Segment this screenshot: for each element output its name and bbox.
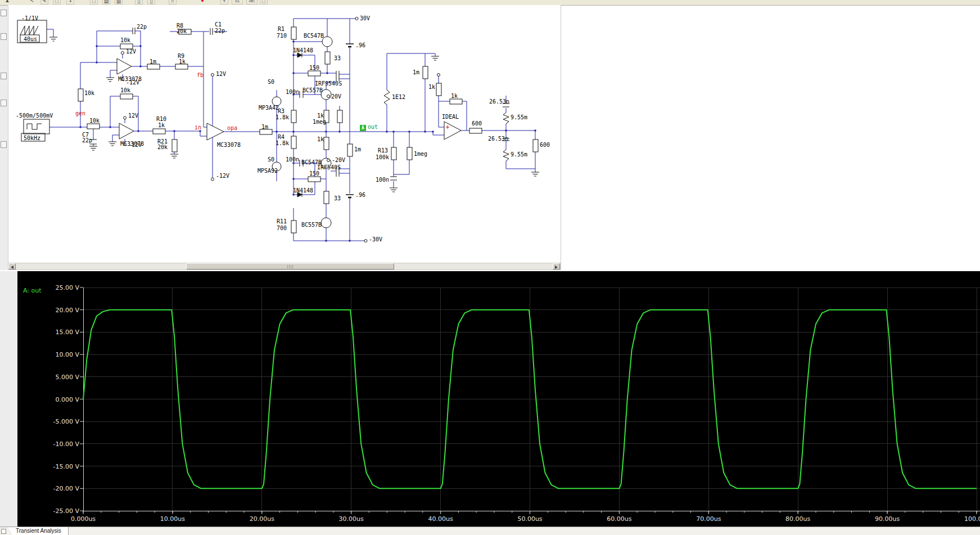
schematic-label: R13 [378,147,388,154]
schematic-label: 22p [82,137,92,143]
schematic-label: 12V [216,71,226,77]
schematic-label: R10 [156,116,166,122]
analysis-tab-icon [1,529,6,534]
x-axis-tick-label: 90.00us [875,515,900,523]
schematic-label: 700 [277,225,287,231]
schematic-label: 1meg [414,151,427,157]
y-axis-tick-label: 0.000 V [55,396,79,403]
schematic-label: C1 [215,21,222,28]
schematic-right-divider [561,5,561,270]
schematic-label: .96 [355,42,365,48]
schematic-label: 100n [376,177,389,183]
schematic-label: 20V [331,93,341,100]
schematic-label: 10k [120,87,130,93]
x-axis-tick-label: 60.00us [607,515,631,523]
schematic-label: 22p [137,24,147,30]
x-axis-tick-label: 70.00us [696,515,721,523]
schematic-label: 1meg [313,119,326,125]
schematic-label: 1m [261,124,268,130]
out-probe-marker[interactable]: A [360,125,366,131]
schematic-label: 26.53n [488,136,508,142]
waveform-pane[interactable]: 25.00 V20.00 V15.00 V10.00 V5.000 V0.000… [0,271,980,527]
schematic-label: -12V [216,173,229,179]
schematic-label: 1E12 [392,94,405,100]
x-axis-tick-label: 30.00us [339,515,364,523]
scroll-left-button[interactable] [8,263,16,269]
scrollbar-thumb[interactable] [186,263,394,269]
tab-transient-analysis[interactable]: Transient Analysis [8,527,69,535]
schematic-label: S0 [268,79,274,85]
tab-label: Transient Analysis [16,528,61,534]
x-axis-tick-label: 100.0us [964,515,980,523]
scroll-right-arrow-icon [555,266,558,269]
schematic-label: 600 [540,142,550,148]
schematic-label: 1k [451,93,458,99]
y-axis-tick-label: -15.00 V [53,463,80,470]
y-axis-tick-label: 5.000 V [55,374,79,381]
schematic-canvas[interactable]: -1/1V40us22p10k12V1mR91kMC33078-12VR820k… [0,0,570,270]
waveform-plot[interactable]: 25.00 V20.00 V15.00 V10.00 V5.000 V0.000… [0,271,980,527]
schematic-label: 1m [354,146,361,152]
schematic-label: MP3A42 [259,105,279,111]
schematic-label: 10k [84,90,94,96]
circuit-simulator-window: ▲↖✎□▪□▤▥▯▯○●+JULABC□ [0,0,980,535]
left-toolbar-slot-1[interactable] [1,10,7,16]
schematic-label: 20k [157,144,168,150]
trace-legend: A: out [23,287,42,294]
schematic-label: gen [75,110,85,116]
schematic-label: 9.55m [511,114,527,120]
schematic-label: 1k [317,113,324,119]
scrollbar-grip-icon [287,265,293,268]
x-axis-tick-label: 10.00us [160,515,185,523]
schematic-label: 40us [24,36,37,42]
schematic-label: 1k [317,136,324,142]
left-toolbar-slot-3[interactable] [1,73,7,79]
schematic-label: -30V [369,236,382,242]
schematic-label: 20k [177,28,187,34]
schematic-label: 1N4148 [293,47,313,53]
schematic-label: R11 [277,218,287,224]
left-toolbar-slot-5[interactable] [1,141,7,148]
scroll-left-arrow-icon [11,266,13,269]
schematic-label: BC557B [302,87,323,93]
schematic-label: 26.53n [489,98,509,105]
left-toolbar-slot-4[interactable] [1,100,7,106]
y-axis-tick-label: -5.000 V [53,418,80,425]
schematic-label: fb [197,72,204,78]
schematic-label: 50kHz [24,135,40,141]
schematic-label: 1.8k [276,114,289,120]
y-axis-tick-label: 20.00 V [55,307,79,314]
schematic-label: 12V [126,48,136,55]
schematic-label: S0 [268,156,274,163]
schematic-label: 30V [360,15,370,21]
schematic-label: 10k [120,37,130,43]
schematic-label: 150 [309,65,319,71]
schematic-label: 22p [215,28,225,34]
y-axis-tick-label: -25.00 V [53,507,80,515]
schematic-label: 1k [428,84,435,90]
schematic-label: 1.8k [276,140,289,146]
schematic-label: 710 [277,33,287,39]
schematic-label: out [368,124,378,130]
left-toolbar-slot-2[interactable] [1,33,7,40]
schematic-h-scrollbar[interactable] [8,263,561,270]
schematic-label: 33 [334,195,341,201]
schematic-label: R4 [278,134,284,140]
schematic-label: -1/1V [21,15,38,21]
schematic-label: R3 [278,108,284,114]
schematic-label: -12V [126,79,139,86]
schematic-label: -12V [128,142,142,148]
scroll-right-button[interactable] [553,263,560,269]
schematic-label: 33 [334,55,341,61]
left-toolbar [0,6,8,270]
x-axis-tick-label: 20.00us [250,515,274,523]
schematic-label: 1k [179,59,186,65]
schematic-label: 100k [376,154,389,160]
schematic-label: .96 [355,192,365,198]
x-axis-tick-label: 0.000us [71,515,96,523]
schematic-label: BC557B [301,222,322,228]
y-axis-tick-label: 25.00 V [55,284,79,291]
schematic-label: 150 [309,170,319,177]
schematic-label: 1m [150,59,156,65]
schematic-label: opa [227,125,237,131]
